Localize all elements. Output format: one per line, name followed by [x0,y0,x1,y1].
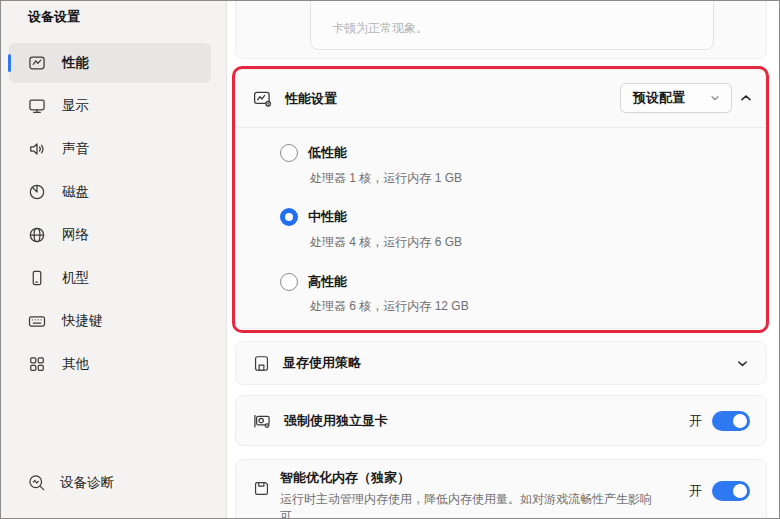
sidebar-item-other[interactable]: 其他 [9,344,211,384]
performance-settings-title: 性能设置 [285,90,337,108]
sidebar-item-label: 磁盘 [62,183,89,201]
sidebar-nav: 性能 显示 声音 磁盘 网络 [9,43,211,387]
scrolled-note-text: 卡顿为正常现象。 [332,20,428,37]
sidebar-item-label: 性能 [62,54,89,72]
sidebar-item-diagnostics[interactable]: 设备诊断 [27,463,114,503]
sidebar-item-model[interactable]: 机型 [9,258,211,298]
diagnose-icon [27,473,47,493]
sidebar-item-label: 其他 [62,355,89,373]
sidebar-item-sound[interactable]: 声音 [9,129,211,169]
sidebar-item-performance[interactable]: 性能 [9,43,211,83]
monitor-icon [27,96,47,116]
sidebar-footer-label: 设备诊断 [60,474,114,492]
chevron-down-icon [709,92,721,104]
smart-memory-title: 智能优化内存（独家） [280,469,656,487]
toggle-state-label: 开 [689,412,702,430]
sidebar-item-label: 快捷键 [62,312,103,330]
performance-settings-icon [252,88,273,109]
gpu-icon [252,411,272,431]
sidebar-item-label: 机型 [62,269,89,287]
radio-label: 高性能 [308,273,347,291]
window-title: 设备设置 [28,8,80,26]
sidebar: 设备设置 性能 显示 声音 磁盘 [1,1,227,518]
sidebar-item-disk[interactable]: 磁盘 [9,172,211,212]
sidebar-item-network[interactable]: 网络 [9,215,211,255]
sidebar-item-display[interactable]: 显示 [9,86,211,126]
radio-option-low[interactable]: 低性能 [280,144,347,162]
sidebar-item-label: 网络 [62,226,89,244]
toggle-knob [733,414,747,428]
collapse-section-button[interactable] [738,90,754,106]
radio-label: 低性能 [308,144,347,162]
header-divider [236,127,766,128]
sidebar-item-label: 显示 [62,97,89,115]
smart-memory-desc: 运行时主动管理内存使用，降低内存使用量。如对游戏流畅性产生影响可 尝试关闭。 [280,491,656,519]
phone-icon [27,268,47,288]
smart-memory-desc-line1: 运行时主动管理内存使用，降低内存使用量。如对游戏流畅性产生影响可 [280,492,652,519]
radio-desc-medium: 处理器 4 核，运行内存 6 GB [310,234,462,251]
discrete-gpu-toggle[interactable] [712,411,750,431]
toggle-knob [733,484,747,498]
globe-icon [27,225,47,245]
performance-settings-header: 性能设置 预设配置 [236,70,766,127]
preset-config-dropdown[interactable]: 预设配置 [620,83,732,113]
chevron-up-icon [738,90,754,106]
smart-memory-row: 智能优化内存（独家） 运行时主动管理内存使用，降低内存使用量。如对游戏流畅性产生… [235,459,767,519]
sidebar-item-shortcuts[interactable]: 快捷键 [9,301,211,341]
radio-desc-low: 处理器 1 核，运行内存 1 GB [310,170,462,187]
discrete-gpu-row: 强制使用独立显卡 开 [235,395,767,446]
radio-option-high[interactable]: 高性能 [280,273,347,291]
preset-config-label: 预设配置 [633,89,685,107]
grid-icon [27,354,47,374]
keyboard-icon [27,311,47,331]
discrete-gpu-title: 强制使用独立显卡 [284,412,689,430]
radio-button[interactable] [280,144,298,162]
vram-strategy-title: 显存使用策略 [283,354,735,372]
vram-strategy-row[interactable]: 显存使用策略 [235,341,767,385]
floppy-save-icon [252,479,271,498]
radio-button[interactable] [280,273,298,291]
content-area: ✕ 卡顿为正常现象。 性能设置 预设配置 [228,1,779,518]
performance-chart-icon [27,53,47,73]
disk-pie-icon [27,182,47,202]
toggle-state-label: 开 [689,482,702,500]
radio-option-medium[interactable]: 中性能 [280,208,347,226]
performance-settings-card: 性能设置 预设配置 低性能 处理器 1 核，运行内存 1 GB 中性能 处理 [235,69,767,329]
radio-label: 中性能 [308,208,347,226]
sidebar-item-label: 声音 [62,140,89,158]
chevron-down-icon[interactable] [735,356,750,371]
radio-desc-high: 处理器 6 核，运行内存 12 GB [310,298,469,315]
radio-button[interactable] [280,208,298,226]
save-strategy-icon [252,354,271,373]
speaker-icon [27,139,47,159]
smart-memory-toggle[interactable] [712,481,750,501]
scrolled-section-card: 卡顿为正常现象。 [235,0,767,59]
